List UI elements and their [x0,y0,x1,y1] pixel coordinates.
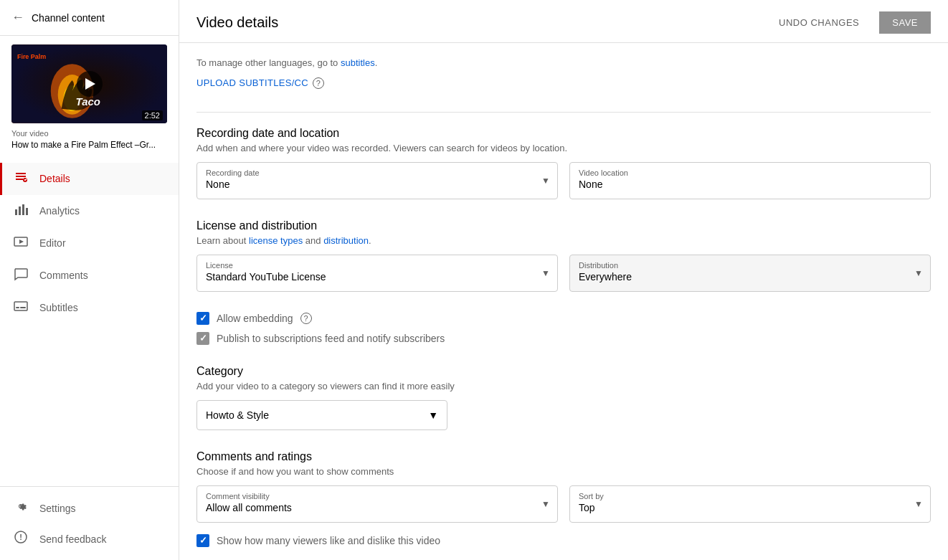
subtitles-desc: To manage other languages, go to subtitl… [196,57,931,68]
video-location-field: Video location None [569,162,931,199]
svg-rect-8 [19,207,21,215]
recording-date-select[interactable]: Recording date None ▼ [196,162,558,199]
svg-text:!: ! [19,533,22,541]
play-button-overlay [77,71,103,97]
svg-rect-15 [20,307,26,308]
distribution-select[interactable]: Distribution Everywhere ▼ [569,255,931,292]
distribution-value: Everywhere [579,271,921,283]
recording-section: Recording date and location Add when and… [196,127,931,199]
distribution-arrow: ▼ [914,268,923,278]
checkmark-icon: ✓ [199,313,207,323]
sidebar: ← Channel content Fire P [0,0,179,560]
embedding-help-icon[interactable]: ? [300,313,312,324]
channel-content-label: Channel content [32,12,105,24]
editor-label: Editor [39,237,66,249]
sort-by-value: Top [579,502,921,513]
sidebar-item-analytics[interactable]: Analytics [0,195,179,227]
category-select[interactable]: Howto & Style ▼ [196,400,447,430]
recording-date-arrow: ▼ [541,176,550,186]
video-title: How to make a Fire Palm Effect –Gr... [11,139,167,151]
analytics-icon [14,202,28,220]
subtitles-icon [14,299,28,317]
sidebar-item-editor[interactable]: Editor [0,227,179,260]
sidebar-item-details[interactable]: Details [0,163,179,195]
comment-visibility-label: Comment visibility [206,492,549,500]
undo-changes-button[interactable]: UNDO CHANGES [770,11,868,34]
sort-by-select[interactable]: Sort by Top ▼ [569,485,931,523]
sort-by-label: Sort by [579,492,921,500]
sort-by-arrow: ▼ [914,499,923,509]
page-title: Video details [196,14,278,31]
video-location-input[interactable]: Video location None [569,162,931,199]
recording-date-label: Recording date [206,169,549,177]
show-likes-row: ✓ Show how many viewers like and dislike… [196,534,931,547]
details-icon [14,170,28,188]
category-section-title: Category [196,365,931,378]
license-types-link[interactable]: license types [249,235,303,246]
recording-form-row: Recording date None ▼ Video location Non… [196,162,931,199]
sidebar-item-subtitles[interactable]: Subtitles [0,292,179,324]
distribution-field: Distribution Everywhere ▼ [569,255,931,292]
license-section-desc: Learn about license types and distributi… [196,235,931,246]
upload-subtitles-button[interactable]: UPLOAD SUBTITLES/CC ? [196,77,324,89]
license-section: License and distribution Learn about lic… [196,219,931,292]
category-section: Category Add your video to a category so… [196,365,931,430]
distribution-label: Distribution [579,261,921,270]
license-section-title: License and distribution [196,219,931,232]
back-button[interactable]: ← [11,10,24,25]
recording-section-title: Recording date and location [196,127,931,140]
show-likes-checkbox[interactable]: ✓ [196,534,209,547]
license-form-row: License Standard YouTube License ▼ Distr… [196,255,931,292]
details-label: Details [39,173,70,184]
recording-section-desc: Add when and where your video was record… [196,143,931,153]
svg-rect-7 [15,209,17,215]
video-duration: 2:52 [142,110,163,120]
video-location-label: Video location [579,169,921,177]
comments-label: Comments [39,270,88,281]
svg-text:Taco: Taco [76,95,100,108]
comments-ratings-section: Comments and ratings Choose if and how y… [196,450,931,547]
publish-notify-row: ✓ Publish to subscriptions feed and noti… [196,332,931,345]
subtitles-section: To manage other languages, go to subtitl… [196,57,931,92]
recording-date-field: Recording date None ▼ [196,162,558,199]
settings-label: Settings [39,503,76,514]
settings-icon [14,500,28,516]
main-panel: Video details UNDO CHANGES SAVE To manag… [179,0,948,560]
sidebar-bottom: Settings ! Send feedback [0,486,179,560]
nav-items: Details Analytics Editor Comments Subtit… [0,160,179,486]
subtitles-label: Subtitles [39,302,78,313]
comment-visibility-value: Allow all comments [206,502,549,513]
category-value: Howto & Style [206,409,269,421]
allow-embedding-label: Allow embedding [217,313,293,324]
license-label: License [206,261,549,270]
your-video-label: Your video [11,129,167,138]
allow-embedding-checkbox[interactable]: ✓ [196,312,209,325]
sidebar-item-settings[interactable]: Settings [0,493,179,523]
comments-form-row: Comment visibility Allow all comments ▼ … [196,485,931,523]
publish-notify-checkbox[interactable]: ✓ [196,332,209,345]
comment-visibility-field: Comment visibility Allow all comments ▼ [196,485,558,523]
header-actions: UNDO CHANGES SAVE [770,11,931,34]
publish-checkmark-icon: ✓ [199,333,207,343]
analytics-label: Analytics [39,205,80,217]
feedback-icon: ! [14,531,28,547]
comment-visibility-select[interactable]: Comment visibility Allow all comments ▼ [196,485,558,523]
subtitles-link[interactable]: subtitles [341,57,375,68]
sidebar-item-comments[interactable]: Comments [0,260,179,292]
main-content: To manage other languages, go to subtitl… [179,43,948,560]
svg-marker-12 [19,239,24,244]
recording-date-value: None [206,179,549,190]
embedding-section: ✓ Allow embedding ? ✓ Publish to subscri… [196,312,931,345]
distribution-link[interactable]: distribution [323,235,369,246]
video-location-value: None [579,179,921,190]
main-header: Video details UNDO CHANGES SAVE [179,0,948,43]
save-button[interactable]: SAVE [879,11,931,34]
upload-help-icon[interactable]: ? [313,77,324,89]
video-thumbnail: Fire Palm Taco 2:52 [11,44,167,123]
show-likes-label: Show how many viewers like and dislike t… [217,535,440,546]
license-select[interactable]: License Standard YouTube License ▼ [196,255,558,292]
sidebar-item-feedback[interactable]: ! Send feedback [0,523,179,554]
editor-icon [14,234,28,252]
likes-checkmark-icon: ✓ [199,535,207,546]
category-section-desc: Add your video to a category so viewers … [196,381,931,391]
